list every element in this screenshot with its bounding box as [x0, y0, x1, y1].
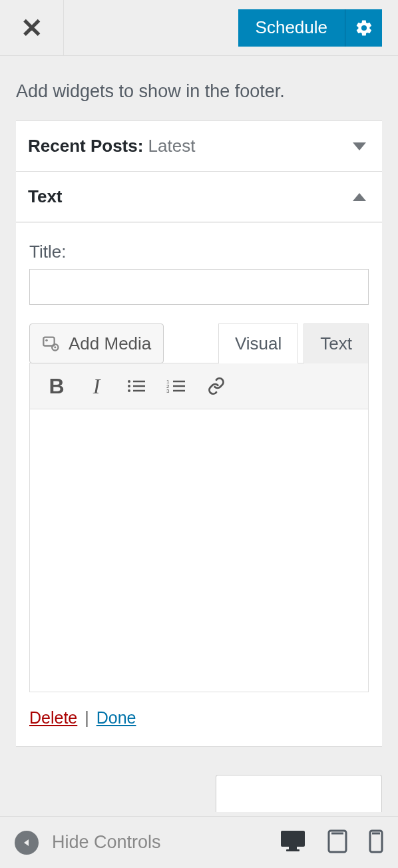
- editor-tabs: Visual Text: [213, 324, 369, 363]
- add-media-label: Add Media: [69, 333, 151, 354]
- numbered-list-button[interactable]: 1 2 3: [156, 370, 196, 402]
- svg-point-6: [128, 385, 130, 387]
- device-preview-buttons: [280, 829, 383, 856]
- collapse-sidebar-button[interactable]: [15, 831, 39, 855]
- tablet-icon: [327, 829, 347, 853]
- triangle-left-icon: [22, 838, 31, 847]
- desktop-preview-button[interactable]: [280, 829, 306, 856]
- widget-title-text: Recent Posts:: [28, 136, 143, 156]
- svg-point-1: [45, 339, 48, 341]
- chevron-down-icon: [353, 142, 366, 150]
- svg-text:3: 3: [166, 388, 170, 394]
- mobile-preview-button[interactable]: [369, 829, 383, 856]
- customizer-top-bar: ✕ Schedule: [0, 0, 398, 56]
- schedule-button[interactable]: Schedule: [238, 9, 345, 47]
- italic-button[interactable]: I: [77, 370, 116, 402]
- widget-recent-posts-title: Recent Posts: Latest: [28, 136, 353, 156]
- tablet-preview-button[interactable]: [327, 829, 347, 856]
- svg-point-8: [128, 389, 130, 392]
- done-link[interactable]: Done: [97, 708, 136, 727]
- widget-text-header[interactable]: Text: [16, 172, 382, 222]
- widget-text-title: Text: [28, 186, 353, 207]
- svg-rect-19: [286, 849, 299, 851]
- svg-rect-17: [281, 831, 305, 847]
- bold-button[interactable]: B: [37, 370, 77, 402]
- link-button[interactable]: [196, 370, 236, 402]
- widget-list: Recent Posts: Latest Text Title: Add: [16, 120, 382, 747]
- close-button[interactable]: ✕: [0, 0, 64, 56]
- editor-controls-row: Add Media Visual Text: [29, 324, 369, 363]
- widget-subtitle-text: Latest: [143, 136, 195, 156]
- delete-link[interactable]: Delete: [29, 708, 77, 727]
- separator: |: [82, 708, 96, 727]
- mobile-icon: [369, 829, 383, 853]
- media-icon: [42, 335, 61, 351]
- editor-container: B I 1 2 3: [29, 363, 369, 692]
- svg-point-4: [128, 380, 130, 383]
- close-icon: ✕: [21, 13, 43, 43]
- bullet-list-button[interactable]: [116, 370, 156, 402]
- svg-point-3: [54, 346, 56, 348]
- footer-bar: Hide Controls: [0, 816, 398, 868]
- tab-visual[interactable]: Visual: [218, 324, 298, 363]
- title-input[interactable]: [29, 269, 369, 305]
- content-area: Add widgets to show in the footer. Recen…: [0, 56, 398, 747]
- tab-text[interactable]: Text: [303, 324, 369, 363]
- svg-marker-16: [24, 839, 29, 846]
- desktop-icon: [280, 829, 306, 852]
- editor-toolbar: B I 1 2 3: [30, 363, 368, 409]
- add-item-partial[interactable]: [216, 775, 382, 812]
- add-media-button[interactable]: Add Media: [29, 324, 164, 363]
- title-label: Title:: [29, 242, 369, 262]
- widget-text-body: Title: Add Media Visual Text: [16, 222, 382, 746]
- svg-rect-18: [289, 847, 297, 849]
- section-description: Add widgets to show in the footer.: [0, 56, 398, 120]
- settings-button[interactable]: [345, 9, 382, 47]
- widget-recent-posts-header[interactable]: Recent Posts: Latest: [16, 121, 382, 172]
- ol-icon: 1 2 3: [166, 378, 186, 394]
- chevron-up-icon: [353, 193, 366, 201]
- link-icon: [207, 377, 226, 395]
- editor-textarea[interactable]: [30, 409, 368, 692]
- widget-actions: Delete | Done: [29, 692, 369, 733]
- hide-controls-label[interactable]: Hide Controls: [52, 832, 161, 853]
- gear-icon: [355, 19, 373, 37]
- ul-icon: [126, 378, 146, 394]
